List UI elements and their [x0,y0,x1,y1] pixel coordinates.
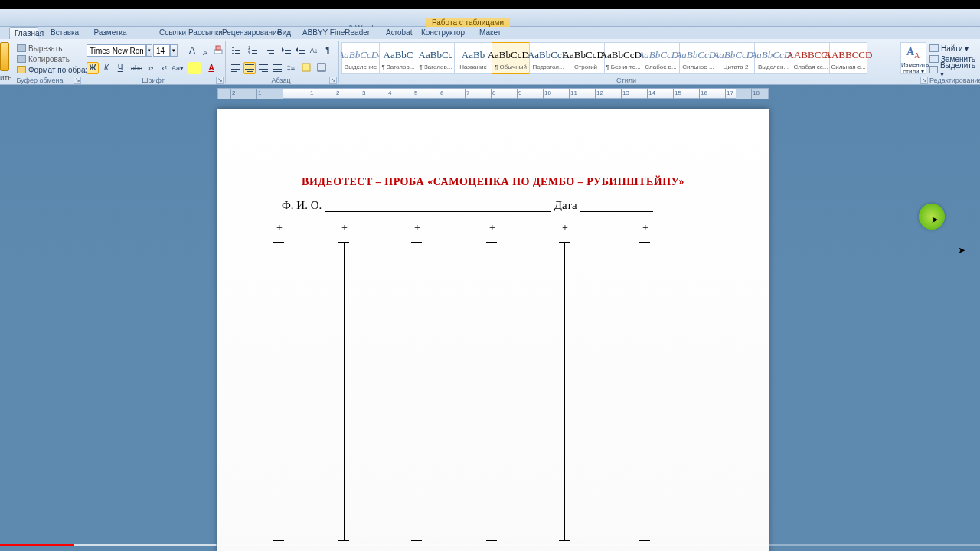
align-right-button[interactable] [257,62,270,74]
underline-button[interactable]: Ч [114,62,126,74]
cut-button[interactable]: Вырезать [17,44,62,53]
show-marks-button[interactable]: ¶ [322,44,334,57]
style-tile-10[interactable]: AaBbCcDdЦитата 2 [717,42,755,74]
svg-rect-13 [252,53,257,54]
tab-5[interactable]: Рецензирование [217,27,270,39]
style-tile-5[interactable]: AaBbCcDПодзагол... [529,42,567,74]
cursor-icon [929,66,938,73]
shading-button[interactable] [300,62,312,74]
secondary-cursor-icon: ➤ [958,245,965,256]
tab-3[interactable]: Ссылки [155,27,179,39]
tab-7[interactable]: ABBYY FineReader 12 [296,27,377,39]
superscript-button[interactable]: x² [158,62,170,74]
tab-8[interactable]: Acrobat [381,27,412,39]
video-top-strip [0,0,980,9]
line-spacing-button[interactable]: ‡≡ [285,62,297,74]
style-tile-13[interactable]: AABBCCDСильная с... [829,42,867,74]
svg-rect-38 [273,67,282,67]
tab-10[interactable]: Макет [475,27,501,39]
numbering-button[interactable]: 123 [247,44,259,57]
ruler-left-margin [218,89,283,99]
style-tile-6[interactable]: AaBbCcDdСтрогий [567,42,605,74]
multilevel-list-button[interactable] [263,44,276,57]
style-tile-7[interactable]: AaBbCcDd¶ Без инте... [604,42,642,74]
paragraph-group-label: Абзац [225,77,337,85]
svg-rect-28 [231,71,237,72]
tab-0[interactable]: Главная [9,27,38,39]
font-size-dropdown[interactable]: ▾ [170,44,178,57]
style-tile-0[interactable]: AaBbCcDdВыделение [341,42,380,74]
document-title: ВИДЕОТЕСТ – ПРОБА «САМОЦЕНКА ПО ДЕМБО – … [217,176,769,188]
align-left-button[interactable] [230,62,242,74]
paste-icon[interactable] [0,42,9,71]
document-page[interactable]: ВИДЕОТЕСТ – ПРОБА «САМОЦЕНКА ПО ДЕМБО – … [217,109,769,551]
strikethrough-button[interactable]: abc [130,62,142,74]
shrink-font-button[interactable]: A [199,44,211,57]
bold-button[interactable]: Ж [87,62,99,74]
style-tile-1[interactable]: AaBbC¶ Заголов... [379,42,417,74]
italic-button[interactable]: К [100,62,113,74]
tab-4[interactable]: Рассылки [184,27,214,39]
format-painter-button[interactable]: Формат по образцу [17,65,97,74]
svg-rect-30 [247,67,253,67]
scales-container: ++++++ [263,227,723,548]
bullets-button[interactable] [230,44,242,57]
styles-dialog-launcher[interactable]: ↘ [920,77,928,84]
borders-button[interactable] [315,62,328,74]
clear-formatting-button[interactable] [212,44,224,57]
svg-rect-5 [235,50,240,51]
justify-button[interactable] [271,62,283,74]
svg-rect-23 [299,50,305,51]
style-tile-3[interactable]: AaBbНазвание [454,42,492,74]
paragraph-dialog-launcher[interactable]: ↘ [329,77,337,84]
style-tile-2[interactable]: AaBbCc¶ Заголов... [416,42,455,74]
increase-indent-button[interactable] [294,44,306,57]
replace-icon [929,55,939,63]
align-center-button[interactable] [243,62,256,74]
styles-gallery[interactable]: AaBbCcDdВыделениеAaBbC¶ Заголов...AaBbCc… [341,42,917,74]
font-size-input[interactable] [153,44,170,57]
editing-group-label: Редактирование [929,77,980,85]
scale-3: + [492,227,507,548]
font-name-input[interactable] [87,44,146,57]
svg-rect-24 [299,53,305,54]
tab-2[interactable]: Разметка страницы [74,27,147,39]
clipboard-dialog-launcher[interactable]: ↘ [74,77,81,84]
tab-1[interactable]: Вставка [46,27,70,39]
horizontal-ruler[interactable]: 21123456789101112131415161718 [217,88,769,99]
style-tile-9[interactable]: AaBbCcDdСильное ... [679,42,717,74]
change-case-button[interactable]: Aa▾ [171,62,183,74]
subscript-button[interactable]: x₂ [145,62,157,74]
font-color-button[interactable]: A [205,62,217,74]
select-button[interactable]: Выделить ▾ [929,65,977,74]
grow-font-button[interactable]: A [186,44,198,57]
svg-rect-16 [270,53,274,54]
svg-rect-39 [273,69,282,70]
video-played [0,544,74,546]
svg-marker-21 [296,47,298,52]
fio-label: Ф. И. О. [282,199,322,211]
svg-rect-42 [318,64,325,71]
fio-underline [325,201,551,212]
title-tab-strip: oft Word Работа с таблицами [0,9,980,27]
tab-6[interactable]: Вид [273,27,291,39]
ruler-area: 21123456789101112131415161718 [0,88,980,100]
brush-icon [17,66,26,73]
find-button[interactable]: Найти ▾ [929,44,977,53]
decrease-indent-button[interactable] [280,44,292,57]
sort-button[interactable]: A↓ [308,44,320,57]
change-styles-button[interactable]: AA Изменить стили ▾ [900,42,926,74]
ruler-right-margin [736,89,768,99]
font-group-label: Шрифт [83,77,224,85]
video-progress-bar[interactable] [0,544,980,546]
style-tile-8[interactable]: AaBbCcDdСлабое в... [642,42,680,74]
svg-rect-9 [252,47,257,47]
font-name-dropdown[interactable]: ▾ [146,44,152,57]
style-tile-4[interactable]: AaBbCcDd¶ Обычный [492,42,530,74]
svg-text:A: A [914,51,920,60]
svg-rect-20 [285,53,291,54]
font-dialog-launcher[interactable]: ↘ [216,77,224,84]
fio-date-row: Ф. И. О. Дата [282,199,653,212]
tab-9[interactable]: Конструктор [416,27,466,39]
highlight-button[interactable] [188,62,201,74]
